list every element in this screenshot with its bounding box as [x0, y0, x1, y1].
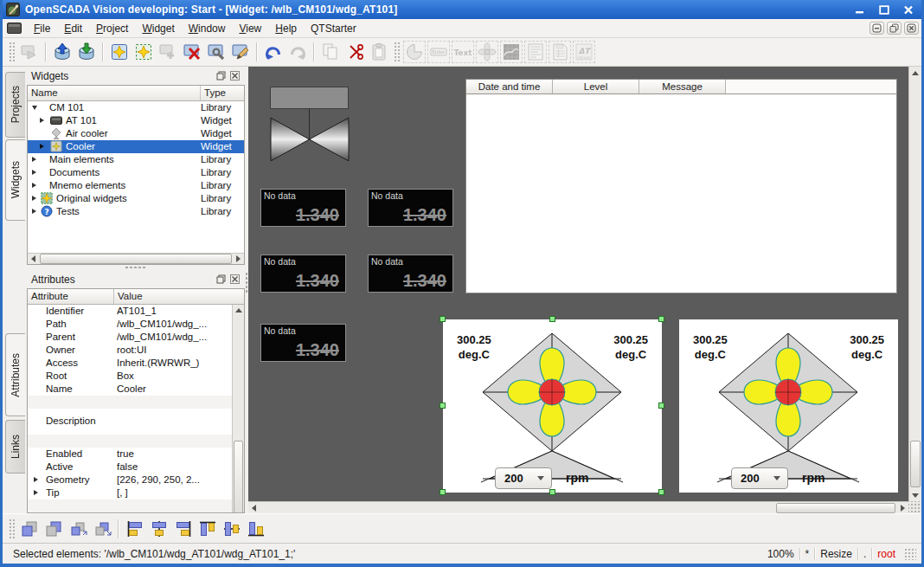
expand-icon[interactable]	[32, 157, 36, 162]
minimize-button[interactable]	[850, 3, 869, 16]
events-table-widget[interactable]: Date and time Level Message	[465, 79, 897, 293]
tab-attributes[interactable]: Attributes	[5, 333, 25, 416]
menu-help[interactable]: Help	[268, 21, 304, 36]
cooler-widget[interactable]: 300.25 deg.C 300.25 deg.C 200 rpm	[679, 319, 898, 493]
widgets-tree-header[interactable]: Name Type	[28, 86, 244, 101]
column-message[interactable]: Message	[639, 80, 726, 93]
tree-row-main-elements[interactable]: Main elements Library	[28, 153, 244, 166]
undo-button[interactable]	[261, 41, 286, 64]
tree-row-cooler[interactable]: Cooler Widget	[28, 140, 244, 153]
new-library-widget-button[interactable]	[132, 41, 156, 64]
media-primitive-button[interactable]	[475, 41, 499, 64]
visual-item-properties-button[interactable]	[204, 41, 228, 64]
menu-view[interactable]: View	[232, 21, 268, 36]
scroll-left-icon[interactable]	[28, 254, 39, 264]
expand-icon[interactable]	[40, 118, 44, 123]
selection-handle[interactable]	[440, 316, 446, 322]
panel-close-icon[interactable]	[229, 70, 241, 81]
canvas-vscrollbar[interactable]	[908, 67, 921, 501]
tree-row-cm101[interactable]: CM 101 Library	[28, 101, 244, 114]
column-date-and-time[interactable]: Date and time	[466, 80, 553, 93]
scroll-left-icon[interactable]	[248, 503, 260, 513]
expand-icon[interactable]	[32, 196, 36, 201]
expand-icon[interactable]	[40, 144, 44, 149]
rise-to-top-button[interactable]	[66, 517, 90, 540]
run-project-button[interactable]	[17, 41, 42, 64]
value-display[interactable]: No data 1.340	[368, 255, 453, 293]
attr-row-active[interactable]: Activefalse	[28, 461, 244, 474]
attr-row-access[interactable]: AccessInherit.(RWRWR_)	[28, 357, 244, 370]
menu-window[interactable]: Window	[182, 21, 233, 36]
raise-button[interactable]	[17, 517, 42, 540]
toolbar-drag-handle[interactable]	[9, 42, 15, 62]
attr-row-identifier[interactable]: IdentifierAT101_1	[28, 305, 244, 318]
menu-project[interactable]: Project	[89, 21, 135, 36]
tab-links[interactable]: Links	[5, 420, 25, 474]
tree-row-documents[interactable]: Documents Library	[28, 166, 244, 179]
attr-row-tip[interactable]: Tip[, ]	[28, 486, 244, 499]
attr-row-owner[interactable]: Ownerroot:UI	[28, 344, 244, 357]
expand-icon[interactable]	[34, 477, 38, 482]
mdi-minimize-button[interactable]	[869, 22, 884, 35]
menu-qtstarter[interactable]: QTStarter	[304, 21, 363, 36]
new-widget-library-button[interactable]	[107, 41, 132, 64]
panel-close-icon[interactable]	[229, 274, 241, 285]
scroll-up-icon[interactable]	[233, 305, 244, 315]
selection-handle[interactable]	[440, 403, 446, 409]
attr-row-geometry[interactable]: Geometry[226, 290, 250, 2...	[28, 474, 244, 486]
fan-speed-select[interactable]: 200	[495, 467, 552, 489]
selection-handle[interactable]	[658, 403, 664, 409]
menu-widget[interactable]: Widget	[135, 21, 181, 36]
widget-edit-canvas[interactable]: No data 1.340 No data 1.340 No data 1.34…	[248, 67, 921, 513]
selection-handle[interactable]	[549, 489, 555, 495]
load-from-db-button[interactable]	[50, 41, 74, 64]
lower-to-bottom-button[interactable]	[90, 517, 114, 540]
attr-row-description[interactable]: Description	[28, 409, 244, 435]
paste-button[interactable]	[367, 41, 391, 64]
scroll-down-icon[interactable]	[909, 490, 921, 500]
value-display[interactable]: No data 1.340	[260, 189, 346, 227]
expand-icon[interactable]	[32, 209, 36, 214]
expand-icon[interactable]	[32, 170, 36, 175]
redo-button[interactable]	[286, 41, 310, 64]
attr-row-name[interactable]: NameCooler	[28, 383, 244, 396]
tree-row-original-widgets[interactable]: Original widgets Library	[28, 192, 244, 205]
lower-button[interactable]	[42, 517, 66, 540]
attributes-table-header[interactable]: Attribute Value	[28, 289, 244, 305]
align-vertical-center-button[interactable]	[220, 517, 244, 540]
selection-handle[interactable]	[549, 316, 555, 322]
valve-widget[interactable]	[270, 87, 350, 161]
tree-row-mnemo-elements[interactable]: Mnemo elements Library	[28, 179, 244, 192]
add-visual-item-button[interactable]	[156, 41, 180, 64]
column-level[interactable]: Level	[553, 80, 639, 93]
document-primitive-button[interactable]	[548, 41, 572, 64]
panel-float-icon[interactable]	[215, 70, 227, 81]
copy-button[interactable]	[318, 41, 343, 64]
selection-handle[interactable]	[658, 316, 664, 322]
scroll-up-icon[interactable]	[909, 68, 921, 78]
tree-row-at101[interactable]: AT 101 Widget	[28, 114, 244, 127]
selection-handle[interactable]	[440, 489, 446, 495]
panel-float-icon[interactable]	[215, 274, 227, 285]
value-primitive-button[interactable]: ΔTValues	[572, 41, 596, 64]
menu-edit[interactable]: Edit	[57, 21, 89, 36]
align-top-button[interactable]	[196, 517, 220, 540]
attributes-panel-header[interactable]: Attributes	[27, 270, 245, 288]
fan-speed-select[interactable]: 200	[731, 467, 788, 489]
mdi-child-icon[interactable]	[7, 23, 22, 34]
close-button[interactable]	[899, 3, 918, 16]
diagram-primitive-button[interactable]	[499, 41, 523, 64]
formel-primitive-button[interactable]: Enter	[427, 41, 451, 64]
attr-row-enabled[interactable]: Enabledtrue	[28, 448, 244, 461]
expand-icon[interactable]	[32, 183, 36, 188]
attributes-vscrollbar[interactable]	[232, 305, 244, 513]
selection-handle[interactable]	[658, 489, 664, 495]
value-display[interactable]: No data 1.340	[260, 324, 346, 362]
tab-widgets[interactable]: Widgets	[5, 139, 25, 221]
tab-projects[interactable]: Projects	[5, 72, 25, 138]
maximize-button[interactable]	[875, 3, 894, 16]
scroll-right-icon[interactable]	[233, 254, 244, 264]
menu-file[interactable]: File	[27, 21, 57, 36]
attr-row-parent[interactable]: Parent/wlb_CM101/wdg_...	[28, 331, 244, 344]
cut-button[interactable]	[343, 41, 367, 64]
